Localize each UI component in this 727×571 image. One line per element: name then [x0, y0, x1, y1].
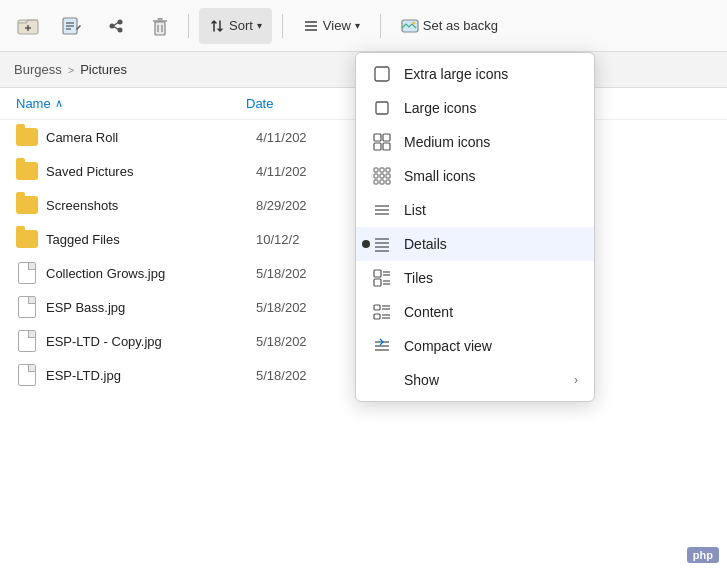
separator-3 — [380, 14, 381, 38]
svg-rect-10 — [155, 22, 165, 35]
folder-icon — [16, 194, 38, 216]
rename-button[interactable] — [54, 8, 90, 44]
file-icon — [16, 330, 38, 352]
menu-item-large-icons[interactable]: Large icons — [356, 91, 594, 125]
file-name-label: Collection Grows.jpg — [46, 266, 256, 281]
new-folder-button[interactable] — [10, 8, 46, 44]
extra-large-icon — [372, 64, 392, 84]
separator-1 — [188, 14, 189, 38]
file-date-label: 5/18/202 — [256, 266, 307, 281]
small-icon — [372, 166, 392, 186]
list-icon — [372, 200, 392, 220]
file-name-label: Saved Pictures — [46, 164, 256, 179]
menu-label-content: Content — [404, 304, 578, 320]
large-icon — [372, 98, 392, 118]
view-button[interactable]: View ▾ — [293, 8, 370, 44]
date-column-header[interactable]: Date — [246, 96, 366, 111]
svg-rect-47 — [374, 305, 380, 310]
svg-rect-23 — [374, 143, 381, 150]
menu-item-details[interactable]: Details — [356, 227, 594, 261]
svg-rect-28 — [374, 174, 378, 178]
file-name-label: Tagged Files — [46, 232, 256, 247]
content-icon — [372, 302, 392, 322]
file-icon — [16, 364, 38, 386]
svg-point-18 — [412, 21, 415, 24]
name-column-header[interactable]: Name ∧ — [16, 96, 246, 111]
svg-rect-30 — [386, 174, 390, 178]
sort-icon — [209, 18, 225, 34]
selected-bullet-icon — [362, 240, 370, 248]
sort-chevron-icon: ▾ — [257, 20, 262, 31]
file-date-label: 8/29/202 — [256, 198, 307, 213]
submenu-arrow-icon: › — [574, 373, 578, 387]
menu-item-tiles[interactable]: Tiles — [356, 261, 594, 295]
menu-label-list: List — [404, 202, 578, 218]
svg-point-9 — [110, 23, 115, 28]
menu-label-medium-icons: Medium icons — [404, 134, 578, 150]
menu-item-medium-icons[interactable]: Medium icons — [356, 125, 594, 159]
svg-rect-50 — [374, 314, 380, 319]
menu-label-extra-large-icons: Extra large icons — [404, 66, 578, 82]
menu-label-compact-view: Compact view — [404, 338, 578, 354]
menu-label-tiles: Tiles — [404, 270, 578, 286]
svg-rect-19 — [375, 67, 389, 81]
file-icon — [16, 262, 38, 284]
file-name-label: Camera Roll — [46, 130, 256, 145]
breadcrumb-separator: > — [68, 64, 74, 76]
folder-icon — [16, 126, 38, 148]
folder-icon — [16, 228, 38, 250]
menu-label-show: Show — [404, 372, 562, 388]
menu-label-large-icons: Large icons — [404, 100, 578, 116]
svg-point-8 — [118, 27, 123, 32]
menu-item-small-icons[interactable]: Small icons — [356, 159, 594, 193]
file-date-label: 5/18/202 — [256, 368, 307, 383]
file-name-label: ESP Bass.jpg — [46, 300, 256, 315]
view-chevron-icon: ▾ — [355, 20, 360, 31]
breadcrumb-current: Pictures — [80, 62, 127, 77]
show-icon — [372, 370, 392, 390]
tiles-icon — [372, 268, 392, 288]
separator-2 — [282, 14, 283, 38]
share-button[interactable] — [98, 8, 134, 44]
svg-rect-22 — [383, 134, 390, 141]
file-icon — [16, 296, 38, 318]
sort-button[interactable]: Sort ▾ — [199, 8, 272, 44]
set-as-bg-button[interactable]: Set as backg — [391, 8, 508, 44]
file-date-label: 10/12/2 — [256, 232, 299, 247]
sort-arrow-icon: ∧ — [55, 97, 63, 110]
medium-icon — [372, 132, 392, 152]
file-date-label: 4/11/202 — [256, 130, 307, 145]
file-date-label: 4/11/202 — [256, 164, 307, 179]
menu-label-small-icons: Small icons — [404, 168, 578, 184]
file-date-label: 5/18/202 — [256, 300, 307, 315]
svg-rect-29 — [380, 174, 384, 178]
folder-icon — [16, 160, 38, 182]
view-label: View — [323, 18, 351, 33]
file-name-label: ESP-LTD.jpg — [46, 368, 256, 383]
svg-rect-32 — [380, 180, 384, 184]
view-dropdown-menu: Extra large iconsLarge iconsMedium icons… — [355, 52, 595, 402]
toolbar: Sort ▾ View ▾ Set as backg — [0, 0, 727, 52]
svg-rect-20 — [376, 102, 388, 114]
menu-item-content[interactable]: Content — [356, 295, 594, 329]
compact-icon — [372, 336, 392, 356]
file-date-label: 5/18/202 — [256, 334, 307, 349]
svg-rect-24 — [383, 143, 390, 150]
svg-rect-41 — [374, 270, 381, 277]
menu-item-extra-large-icons[interactable]: Extra large icons — [356, 57, 594, 91]
menu-item-compact-view[interactable]: Compact view — [356, 329, 594, 363]
svg-rect-26 — [380, 168, 384, 172]
menu-label-details: Details — [404, 236, 578, 252]
view-icon — [303, 18, 319, 34]
wallpaper-icon — [401, 17, 419, 35]
delete-button[interactable] — [142, 8, 178, 44]
svg-point-7 — [118, 19, 123, 24]
svg-rect-27 — [386, 168, 390, 172]
menu-item-list[interactable]: List — [356, 193, 594, 227]
sort-label: Sort — [229, 18, 253, 33]
svg-rect-25 — [374, 168, 378, 172]
breadcrumb-parent[interactable]: Burgess — [14, 62, 62, 77]
php-badge: php — [687, 547, 719, 563]
menu-item-show[interactable]: Show› — [356, 363, 594, 397]
set-as-bg-label: Set as backg — [423, 18, 498, 33]
